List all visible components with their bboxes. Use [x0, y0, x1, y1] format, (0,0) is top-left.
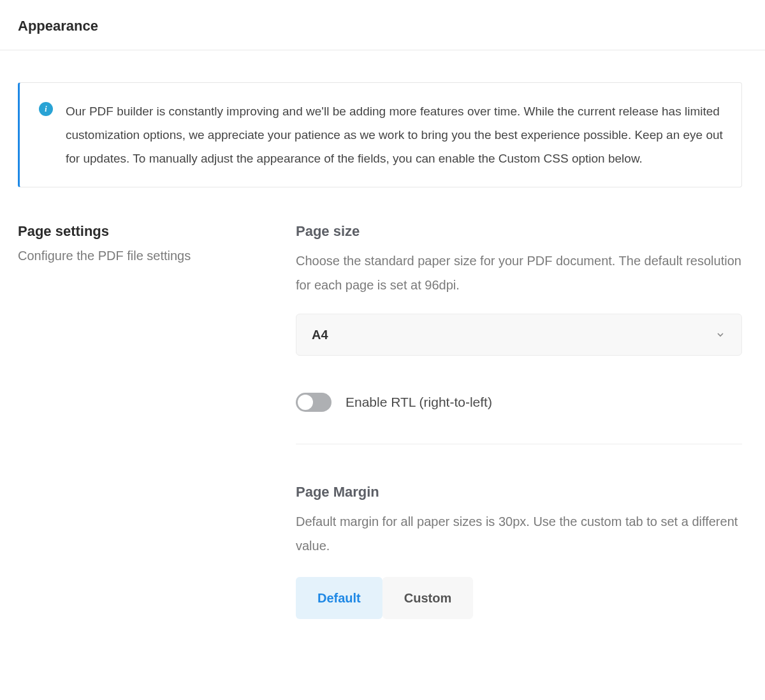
page-settings-description: Configure the PDF file settings — [18, 249, 270, 263]
rtl-toggle-label: Enable RTL (right-to-left) — [346, 395, 492, 410]
header: Appearance — [0, 0, 765, 50]
rtl-toggle-row: Enable RTL (right-to-left) — [296, 393, 742, 412]
chevron-down-icon — [715, 329, 726, 340]
page-size-description: Choose the standard paper size for your … — [296, 249, 742, 297]
margin-tab-group: Default Custom — [296, 577, 742, 619]
settings-sidebar: Page settings Configure the PDF file set… — [18, 223, 270, 619]
rtl-toggle[interactable] — [296, 393, 332, 412]
info-text: Our PDF builder is constantly improving … — [66, 99, 724, 170]
section-divider — [296, 444, 742, 444]
settings-section: Page settings Configure the PDF file set… — [18, 223, 742, 619]
content-area: i Our PDF builder is constantly improvin… — [0, 50, 765, 645]
page-settings-title: Page settings — [18, 223, 270, 240]
page-size-label: Page size — [296, 223, 742, 240]
toggle-knob — [298, 395, 313, 410]
info-banner: i Our PDF builder is constantly improvin… — [18, 82, 742, 187]
page-title: Appearance — [18, 18, 747, 34]
info-icon: i — [39, 102, 53, 116]
tab-default[interactable]: Default — [296, 577, 382, 619]
page-margin-description: Default margin for all paper sizes is 30… — [296, 509, 742, 558]
info-icon-glyph: i — [45, 105, 47, 113]
page-margin-label: Page Margin — [296, 484, 742, 500]
page-size-select[interactable]: A4 — [296, 314, 742, 356]
page-size-value: A4 — [312, 328, 328, 342]
tab-custom[interactable]: Custom — [382, 577, 473, 619]
settings-main: Page size Choose the standard paper size… — [296, 223, 742, 619]
